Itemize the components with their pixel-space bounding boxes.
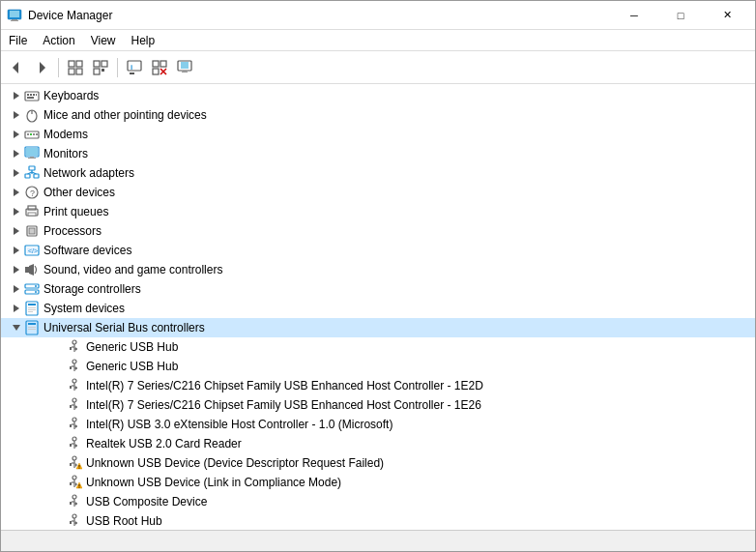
svg-marker-33 — [14, 111, 19, 119]
close-button[interactable]: ✕ — [705, 5, 749, 26]
menu-file[interactable]: File — [1, 32, 35, 48]
usb-root-icon — [24, 320, 40, 335]
svg-rect-45 — [30, 157, 34, 158]
svg-point-87 — [73, 340, 76, 344]
tree-item-keyboards[interactable]: Keyboards — [1, 86, 755, 105]
svg-marker-98 — [75, 366, 77, 370]
expand-arrow — [51, 339, 67, 355]
svg-rect-63 — [29, 228, 35, 234]
svg-marker-110 — [75, 405, 77, 409]
svg-marker-26 — [14, 92, 19, 100]
expand-arrow — [9, 185, 24, 200]
svg-point-143 — [73, 514, 76, 518]
toolbar-separator-1 — [58, 58, 59, 77]
svg-rect-18 — [160, 61, 166, 67]
help-icon: i — [127, 60, 142, 75]
svg-rect-140 — [70, 502, 72, 505]
tree-item-storage[interactable]: Storage controllers — [1, 279, 755, 299]
tree-item-network[interactable]: Network adapters — [1, 163, 755, 183]
svg-rect-133 — [70, 482, 72, 485]
svg-marker-54 — [14, 189, 19, 196]
menu-help[interactable]: Help — [124, 32, 163, 48]
usb-icon — [67, 397, 82, 413]
svg-marker-116 — [75, 424, 77, 428]
svg-rect-7 — [76, 61, 82, 67]
tree-item-other[interactable]: ?Other devices — [1, 183, 755, 202]
tree-item-usb-4[interactable]: Intel(R) 7 Series/C216 Chipset Family US… — [1, 395, 755, 415]
tree-item-usb-8[interactable]: !Unknown USB Device (Link in Compliance … — [1, 473, 755, 492]
tree-item-label: USB Root Hub — [86, 514, 162, 528]
svg-marker-104 — [75, 386, 77, 390]
svg-marker-57 — [14, 208, 19, 216]
menu-view[interactable]: View — [83, 32, 124, 48]
tree-item-processors[interactable]: Processors — [1, 221, 755, 241]
tree-item-usb-1[interactable]: Generic USB Hub — [1, 337, 755, 357]
tree-item-usb-5[interactable]: Intel(R) USB 3.0 eXtensible Host Control… — [1, 415, 755, 434]
svg-point-137 — [73, 495, 76, 499]
tree-item-usb-9[interactable]: USB Composite Device — [1, 492, 755, 511]
svg-rect-16 — [130, 73, 134, 74]
modem-icon — [24, 127, 40, 142]
tree-item-monitors[interactable]: Monitors — [1, 144, 755, 163]
tree-item-label: Intel(R) USB 3.0 eXtensible Host Control… — [86, 418, 393, 431]
svg-rect-13 — [102, 69, 104, 72]
tree-item-label: Keyboards — [44, 89, 99, 102]
tree-item-label: Software devices — [44, 244, 131, 257]
svg-rect-17 — [153, 61, 159, 67]
svg-rect-108 — [70, 405, 72, 408]
expand-arrow — [51, 359, 67, 374]
svg-rect-86 — [28, 329, 36, 330]
tree-item-label: Realtek USB 2.0 Card Reader — [86, 437, 242, 450]
network-icon — [24, 165, 40, 181]
svg-rect-8 — [69, 69, 74, 74]
tree-item-usb-6[interactable]: Realtek USB 2.0 Card Reader — [1, 434, 755, 453]
tree-item-software[interactable]: </>Software devices — [1, 241, 755, 260]
svg-rect-24 — [183, 71, 187, 72]
tree-item-label: Other devices — [44, 186, 115, 199]
software-icon: </> — [24, 243, 40, 258]
device-manager-window: Device Manager ─ □ ✕ File Action View He… — [0, 0, 756, 552]
tree-item-label: Sound, video and game controllers — [44, 263, 222, 276]
toolbar-update-button[interactable] — [89, 56, 112, 79]
device-tree[interactable]: KeyboardsMice and other pointing devices… — [1, 84, 755, 530]
maximize-button[interactable]: □ — [658, 5, 703, 26]
toolbar-back-button[interactable] — [5, 56, 28, 79]
tree-item-usb[interactable]: Universal Serial Bus controllers — [1, 318, 755, 337]
svg-text:</>: </> — [28, 247, 38, 254]
tree-item-print[interactable]: Print queues — [1, 202, 755, 221]
svg-point-38 — [27, 133, 29, 135]
toolbar-uninstall-button[interactable] — [148, 56, 171, 79]
tree-item-label: Intel(R) 7 Series/C216 Chipset Family US… — [86, 398, 481, 412]
expand-arrow — [9, 320, 24, 335]
tree-item-sound[interactable]: Sound, video and game controllers — [1, 260, 755, 279]
toolbar-help-button[interactable]: i — [123, 56, 146, 79]
toolbar-display-button[interactable] — [173, 56, 196, 79]
svg-text:i: i — [131, 63, 132, 72]
svg-rect-6 — [69, 61, 74, 67]
tree-item-label: Processors — [44, 224, 102, 238]
tree-item-usb-10[interactable]: USB Root Hub — [1, 511, 755, 530]
toolbar-forward-button[interactable] — [30, 56, 53, 79]
minimize-button[interactable]: ─ — [612, 5, 656, 26]
monitor-icon — [24, 146, 40, 161]
tree-item-label: Mice and other pointing devices — [44, 108, 207, 122]
svg-rect-31 — [36, 94, 37, 96]
tree-item-system[interactable]: System devices — [1, 299, 755, 318]
tree-item-mice[interactable]: Mice and other pointing devices — [1, 105, 755, 125]
tree-item-modems[interactable]: Modems — [1, 125, 755, 144]
tree-item-usb-2[interactable]: Generic USB Hub — [1, 357, 755, 376]
tree-item-usb-7[interactable]: !Unknown USB Device (Device Descriptor R… — [1, 453, 755, 473]
toolbar-properties-button[interactable] — [64, 56, 87, 79]
svg-marker-68 — [14, 266, 19, 274]
svg-rect-10 — [94, 61, 100, 67]
svg-rect-29 — [30, 94, 32, 96]
svg-text:!: ! — [78, 483, 80, 489]
processor-icon — [24, 223, 40, 239]
menu-action[interactable]: Action — [35, 32, 82, 48]
svg-rect-50 — [34, 174, 39, 178]
svg-rect-126 — [70, 463, 72, 466]
tree-item-usb-3[interactable]: Intel(R) 7 Series/C216 Chipset Family US… — [1, 376, 755, 395]
svg-rect-81 — [28, 311, 33, 312]
expand-arrow — [51, 455, 67, 471]
expand-arrow — [9, 262, 24, 277]
